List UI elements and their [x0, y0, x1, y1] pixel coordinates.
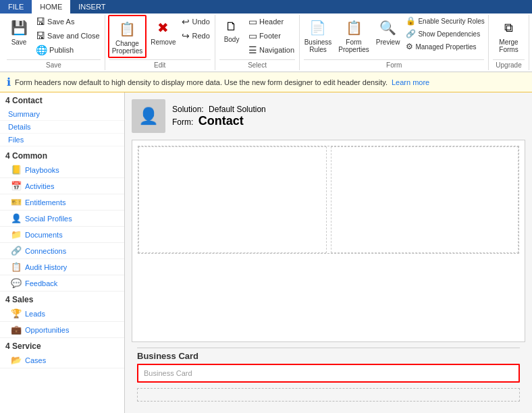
sidebar-item-audit-history[interactable]: 📋 Audit History [0, 259, 124, 275]
solution-line: Solution: Default Solution [172, 105, 266, 114]
form-properties-icon: 📋 [343, 17, 365, 38]
tab-home[interactable]: HOME [32, 0, 70, 13]
preview-icon: 🔍 [377, 17, 399, 38]
header-button[interactable]: ▭ Header [246, 15, 296, 28]
avatar: 👤 [132, 99, 165, 133]
business-rules-icon: 📄 [307, 17, 329, 38]
redo-button[interactable]: ↪ Redo [180, 29, 211, 43]
sidebar-item-files[interactable]: Files [0, 134, 124, 146]
managed-properties-button[interactable]: ⚙ Managed Properties [404, 40, 486, 53]
merge-forms-icon: ⧉ [498, 17, 520, 38]
footer-icon: ▭ [248, 30, 257, 41]
cases-icon: 📂 [11, 355, 22, 365]
sidebar-item-entitlements[interactable]: 🎫 Entitlements [0, 194, 124, 211]
audit-history-icon: 📋 [11, 262, 22, 272]
common-section-header: 4 Common [0, 148, 124, 162]
preview-button[interactable]: 🔍 Preview [373, 15, 403, 48]
save-close-button[interactable]: 🖫 Save and Close [34, 29, 102, 43]
business-rules-button[interactable]: 📄 BusinessRules [302, 15, 335, 55]
body-button[interactable]: 🗋 Body [218, 15, 245, 45]
ribbon-group-edit: 📋 ChangeProperties ✖ Remove ↩ Undo ↪ Red… [105, 15, 215, 70]
business-card-label: Business Card [137, 351, 520, 361]
learn-more-link[interactable]: Learn more [392, 78, 429, 86]
show-dependencies-button[interactable]: 🔗 Show Dependencies [404, 28, 486, 40]
feedback-icon: 💬 [11, 278, 22, 288]
security-icon: 🔒 [406, 16, 416, 26]
managed-icon: ⚙ [406, 42, 413, 51]
form-properties-button[interactable]: 📋 FormProperties [336, 15, 372, 55]
ribbon-tabs: FILE HOME INSERT [0, 0, 532, 13]
save-button[interactable]: 💾 Save [5, 15, 32, 48]
sidebar-item-cases[interactable]: 📂 Cases [0, 352, 124, 368]
save-label: Save [11, 38, 27, 46]
sidebar-item-documents[interactable]: 📁 Documents [0, 227, 124, 243]
entitlements-icon: 🎫 [11, 197, 22, 207]
publish-icon: 🌐 [36, 45, 47, 55]
sidebar-item-summary[interactable]: Summary [0, 108, 124, 121]
enable-security-roles-button[interactable]: 🔒 Enable Security Roles [404, 15, 486, 27]
ribbon-content: 💾 Save 🖫 Save As 🖫 Save and Close 🌐 Publ… [0, 13, 532, 72]
merge-forms-button[interactable]: ⧉ MergeForms [494, 15, 524, 55]
form-column-left [138, 146, 327, 253]
save-close-icon: 🖫 [36, 30, 45, 41]
form-label: Form: [172, 117, 193, 127]
dependencies-icon: 🔗 [406, 29, 416, 38]
sidebar-item-leads[interactable]: 🏆 Leads [0, 306, 124, 322]
remove-label: Remove [151, 38, 176, 46]
save-as-button[interactable]: 🖫 Save As [34, 15, 102, 28]
preview-label: Preview [376, 38, 400, 46]
form-header: 👤 Solution: Default Solution Form: Conta… [132, 99, 525, 133]
solution-name: Default Solution [209, 105, 266, 114]
remove-icon: ✖ [153, 17, 174, 38]
save-group-label: Save [7, 59, 101, 70]
info-bar: ℹ Form headers now default to high densi… [0, 72, 532, 92]
opportunities-icon: 💼 [11, 325, 22, 335]
form-name: Contact [198, 114, 244, 128]
documents-icon: 📁 [11, 229, 22, 240]
sidebar-item-connections[interactable]: 🔗 Connections [0, 243, 124, 259]
divider [137, 348, 520, 348]
service-section-header: 4 Service [0, 338, 124, 352]
change-properties-label: ChangeProperties [112, 40, 143, 55]
activities-icon: 📅 [11, 181, 22, 191]
body-icon: 🗋 [222, 17, 241, 36]
tab-insert[interactable]: INSERT [70, 0, 113, 13]
form-section-top [138, 146, 519, 254]
ribbon-group-save: 💾 Save 🖫 Save As 🖫 Save and Close 🌐 Publ… [3, 15, 105, 70]
canvas-area: 👤 Solution: Default Solution Form: Conta… [125, 92, 532, 413]
sidebar-item-playbooks[interactable]: 📒 Playbooks [0, 162, 124, 178]
footer-button[interactable]: ▭ Footer [246, 29, 296, 43]
info-icon: ℹ [7, 76, 11, 88]
sidebar-item-activities[interactable]: 📅 Activities [0, 178, 124, 194]
business-card-field[interactable]: Business Card [137, 364, 520, 383]
business-card-field-placeholder: Business Card [144, 369, 192, 377]
change-properties-button[interactable]: 📋 ChangeProperties [108, 15, 147, 58]
sidebar: 4 Contact Summary Details Files 4 Common… [0, 92, 125, 413]
form-column-right [331, 146, 519, 253]
form-group-label: Form [304, 59, 484, 70]
undo-button[interactable]: ↩ Undo [180, 15, 211, 28]
select-group-label: Select [219, 59, 296, 70]
sidebar-item-opportunities[interactable]: 💼 Opportunities [0, 322, 124, 338]
leads-icon: 🏆 [11, 308, 22, 319]
main-layout: 4 Contact Summary Details Files 4 Common… [0, 92, 532, 413]
connections-icon: 🔗 [11, 246, 22, 256]
form-canvas [132, 140, 525, 342]
form-section-bottom [137, 388, 520, 402]
remove-button[interactable]: ✖ Remove [148, 15, 178, 48]
sidebar-item-feedback[interactable]: 💬 Feedback [0, 275, 124, 292]
header-icon: ▭ [248, 16, 257, 27]
change-properties-icon: 📋 [116, 18, 138, 40]
tab-file[interactable]: FILE [0, 0, 32, 13]
social-profiles-icon: 👤 [11, 213, 22, 223]
body-label: Body [224, 36, 240, 43]
ribbon-group-select: 🗋 Body ▭ Header ▭ Footer ☰ Navigation [215, 15, 300, 70]
business-card-section: Business Card Business Card [137, 351, 520, 383]
navigation-icon: ☰ [248, 45, 257, 55]
navigation-button[interactable]: ☰ Navigation [246, 43, 296, 57]
ribbon-group-upgrade: ⧉ MergeForms Upgrade [489, 15, 529, 70]
edit-group-label: Edit [109, 59, 211, 70]
sidebar-item-social-profiles[interactable]: 👤 Social Profiles [0, 211, 124, 227]
sidebar-item-details[interactable]: Details [0, 121, 124, 134]
publish-button[interactable]: 🌐 Publish [34, 43, 102, 57]
